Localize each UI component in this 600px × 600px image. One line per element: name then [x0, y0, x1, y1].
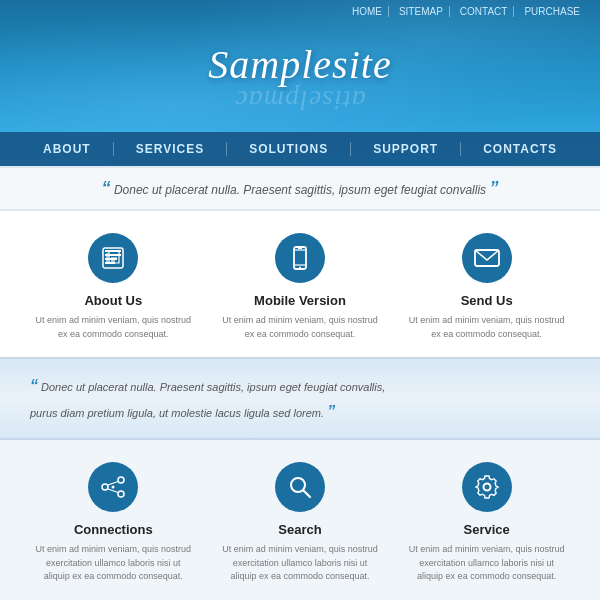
- service-search-title: Search: [220, 522, 380, 537]
- service-service: Service Ut enim ad minim veniam, quis no…: [407, 462, 567, 584]
- top-navigation: HOME SITEMAP CONTACT PURCHASE: [0, 0, 600, 23]
- send-us-icon: [462, 233, 512, 283]
- close-quote-2: ”: [327, 403, 335, 420]
- service-connections-desc: Ut enim ad minim veniam, quis nostrud ex…: [33, 543, 193, 584]
- svg-line-13: [108, 482, 118, 486]
- services-section: Connections Ut enim ad minim veniam, qui…: [0, 440, 600, 600]
- mainnav-contacts[interactable]: CONTACTS: [461, 142, 579, 156]
- feature-about-us: About Us Ut enim ad minim veniam, quis n…: [33, 233, 193, 341]
- mainnav-about[interactable]: ABOUT: [21, 142, 114, 156]
- svg-rect-8: [298, 248, 302, 249]
- about-us-icon: [88, 233, 138, 283]
- svg-point-15: [112, 486, 115, 489]
- close-quote-1: ”: [489, 178, 498, 198]
- feature-about-us-desc: Ut enim ad minim veniam, quis nostrud ex…: [33, 314, 193, 341]
- svg-line-14: [108, 489, 118, 493]
- quote-text-2-line2: purus diam pretium ligula, ut molestie l…: [30, 407, 324, 419]
- feature-send-desc: Ut enim ad minim veniam, quis nostrud ex…: [407, 314, 567, 341]
- feature-mobile-version: Mobile Version Ut enim ad minim veniam, …: [220, 233, 380, 341]
- quote-text-2-line1: Donec ut placerat nulla. Praesent sagitt…: [41, 381, 385, 393]
- topnav-sitemap[interactable]: SITEMAP: [393, 6, 450, 17]
- svg-point-11: [118, 477, 124, 483]
- service-service-desc: Ut enim ad minim veniam, quis nostrud ex…: [407, 543, 567, 584]
- connections-icon: [88, 462, 138, 512]
- svg-point-12: [118, 491, 124, 497]
- feature-mobile-desc: Ut enim ad minim veniam, quis nostrud ex…: [220, 314, 380, 341]
- site-title-area: Samplesite atiselpmac: [0, 23, 600, 124]
- mainnav-support[interactable]: SUPPORT: [351, 142, 461, 156]
- svg-point-7: [299, 267, 301, 269]
- topnav-purchase[interactable]: PURCHASE: [518, 6, 586, 17]
- service-service-title: Service: [407, 522, 567, 537]
- site-title: Samplesite: [0, 41, 600, 88]
- site-title-reflection: atiselpmac: [0, 84, 600, 116]
- svg-point-10: [102, 484, 108, 490]
- feature-send-title: Send Us: [407, 293, 567, 308]
- service-search-desc: Ut enim ad minim veniam, quis nostrud ex…: [220, 543, 380, 584]
- topnav-contact[interactable]: CONTACT: [454, 6, 515, 17]
- features-section: About Us Ut enim ad minim veniam, quis n…: [0, 211, 600, 357]
- open-quote-1: “: [102, 178, 111, 198]
- quote-band-2: “ Donec ut placerat nulla. Praesent sagi…: [0, 357, 600, 440]
- service-connections-title: Connections: [33, 522, 193, 537]
- mobile-version-icon: [275, 233, 325, 283]
- feature-send-us: Send Us Ut enim ad minim veniam, quis no…: [407, 233, 567, 341]
- feature-about-us-title: About Us: [33, 293, 193, 308]
- service-gear-icon: [462, 462, 512, 512]
- search-icon: [275, 462, 325, 512]
- mainnav-services[interactable]: SERVICES: [114, 142, 227, 156]
- quote-band-1: “ Donec ut placerat nulla. Praesent sagi…: [0, 166, 600, 211]
- feature-mobile-title: Mobile Version: [220, 293, 380, 308]
- service-search: Search Ut enim ad minim veniam, quis nos…: [220, 462, 380, 584]
- quote-text-1: Donec ut placerat nulla. Praesent sagitt…: [114, 183, 486, 197]
- mainnav-solutions[interactable]: SOLUTIONS: [227, 142, 351, 156]
- topnav-home[interactable]: HOME: [346, 6, 389, 17]
- main-navigation: ABOUT SERVICES SOLUTIONS SUPPORT CONTACT…: [0, 132, 600, 166]
- open-quote-2: “: [30, 377, 38, 394]
- svg-line-17: [303, 491, 310, 498]
- service-connections: Connections Ut enim ad minim veniam, qui…: [33, 462, 193, 584]
